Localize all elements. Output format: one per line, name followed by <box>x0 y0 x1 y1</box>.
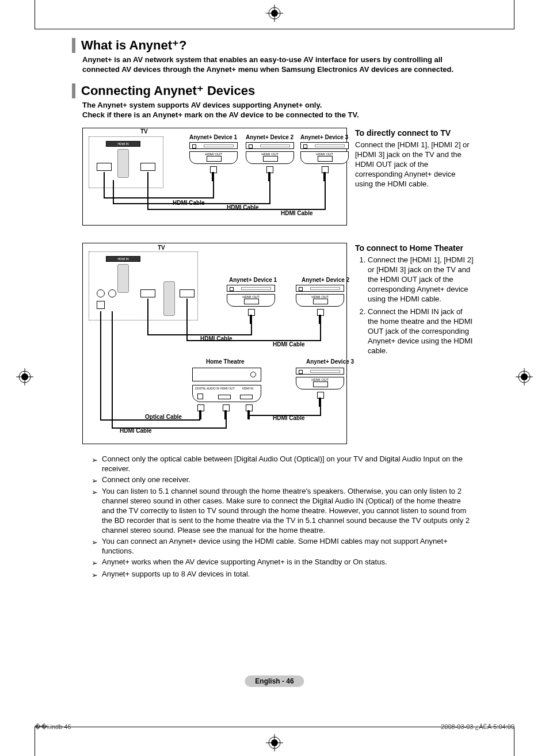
device-box <box>246 142 294 164</box>
wire <box>213 180 214 198</box>
note-arrow-icon: ➢ <box>92 475 102 486</box>
row-home-theater: TV HDMI IN Anynet+ Device 1 Anynet+ Devi… <box>82 243 475 444</box>
label-hdmi-cable: HDMI Cable <box>273 341 305 348</box>
device-box <box>296 285 344 307</box>
wire <box>147 172 148 210</box>
label-hdmi-cable: HDMI Cable <box>120 427 152 434</box>
rule-bot-left <box>35 727 35 756</box>
steps-home-theater: Connect the [HDMI 1], [HDMI 2] or [HDMI … <box>355 255 475 356</box>
label-device2: Anynet+ Device 2 <box>246 134 293 140</box>
hdmi-in-label: HDMI IN <box>106 256 140 262</box>
registration-mark-icon <box>266 5 283 22</box>
label-tv: TV <box>158 245 165 251</box>
note-text: Anynet+ supports up to 8 AV devices in t… <box>102 570 475 579</box>
label-tv: TV <box>140 128 148 135</box>
intro-what-is: Anynet+ is an AV network system that ena… <box>82 55 475 74</box>
hdmi-in-label: HDMI IN <box>106 141 140 147</box>
label-hdmi-cable: HDMI Cable <box>173 200 205 206</box>
hdmi-plug <box>208 166 218 181</box>
tv-hdmi-ports <box>117 264 129 293</box>
diagram-direct-connect: TV HDMI IN Anynet+ Device 1 Anynet+ Devi… <box>82 128 347 226</box>
note-item: ➢ Anynet+ works when the AV device suppo… <box>92 558 475 568</box>
note-arrow-icon: ➢ <box>92 455 102 465</box>
wire <box>104 172 105 198</box>
port-optical <box>108 289 116 297</box>
registration-mark-icon <box>16 368 33 385</box>
device-box <box>227 285 275 307</box>
note-arrow-icon: ➢ <box>92 487 102 498</box>
step-item: Connect the HDMI IN jack of the home the… <box>368 307 475 356</box>
label-device3: Anynet+ Device 3 <box>300 134 348 140</box>
label-hdmi-cable: HDMI Cable <box>281 210 313 216</box>
notes-list: ➢ Connect only the optical cable between… <box>92 455 475 581</box>
hdmi-plug <box>246 309 256 324</box>
hdmi-plug <box>265 166 274 181</box>
wire <box>320 323 321 341</box>
text-direct-connect: To directly connect to TV Connect the [H… <box>355 128 475 226</box>
registration-mark-icon <box>516 368 533 385</box>
footer-right: 2008-03-03 ¿ÀÈÄ 5:04:00 <box>441 723 514 731</box>
row-direct-connect: TV HDMI IN Anynet+ Device 1 Anynet+ Devi… <box>82 128 475 226</box>
note-item: ➢ Connect only the optical cable between… <box>92 455 475 474</box>
hdmi-plug <box>221 404 230 419</box>
wire <box>147 299 148 335</box>
tv-outline <box>89 251 198 320</box>
note-arrow-icon: ➢ <box>92 558 102 568</box>
wire <box>186 299 188 341</box>
body-direct-connect: Connect the [HDMI 1], [HDMI 2] or [HDMI … <box>355 140 475 189</box>
tv-hdmi-ports <box>117 149 129 178</box>
label-device2: Anynet+ Device 2 <box>302 277 349 283</box>
label-digital-audio-in: DIGITAL AUDIO IN <box>195 387 219 390</box>
page-content: What is Anynet⁺? Anynet+ is an AV networ… <box>72 29 475 581</box>
label-hdmi-in: HDMI IN <box>242 387 253 390</box>
label-device1: Anynet+ Device 1 <box>189 134 237 140</box>
device-box <box>300 142 349 164</box>
label-hdmi-cable: HDMI Cable <box>200 335 232 342</box>
note-arrow-icon: ➢ <box>92 570 102 581</box>
hdmi-plug <box>315 309 325 324</box>
wire <box>251 323 252 335</box>
port <box>140 163 155 171</box>
label-device1: Anynet+ Device 1 <box>229 277 277 283</box>
rule-bot-right <box>514 727 514 756</box>
footer-left: ��i.indb 46 <box>35 723 71 731</box>
tv-hdmi-ports-b <box>163 281 175 316</box>
note-text: Anynet+ works when the AV device support… <box>102 558 475 567</box>
rule-top-left <box>35 0 35 29</box>
label-home-theatre: Home Theatre <box>206 358 245 365</box>
registration-mark-icon <box>266 734 283 751</box>
head-home-theater: To connect to Home Theater <box>355 243 475 253</box>
port-optical <box>97 289 105 297</box>
label-device3: Anynet+ Device 3 <box>306 358 354 365</box>
rule-top-right <box>514 0 514 29</box>
device-box <box>296 368 344 390</box>
diagram-home-theater: TV HDMI IN Anynet+ Device 1 Anynet+ Devi… <box>82 243 347 444</box>
note-text: Connect only one receiver. <box>102 475 475 485</box>
port <box>140 289 155 297</box>
wire <box>147 334 252 335</box>
wire <box>100 311 101 421</box>
print-footer: ��i.indb 46 2008-03-03 ¿ÀÈÄ 5:04:00 <box>35 723 514 731</box>
wire <box>104 197 214 198</box>
wire <box>113 180 114 204</box>
note-text: You can connect an Anynet+ device using … <box>102 537 475 556</box>
note-text: Connect only the optical cable between [… <box>102 455 475 474</box>
home-theatre-ports: DIGITAL AUDIO IN HDMI OUT HDMI IN <box>192 385 261 402</box>
note-item: ➢ You can listen to 5.1 channel sound th… <box>92 487 475 535</box>
hdmi-plug <box>244 404 253 419</box>
wire <box>112 311 113 429</box>
heading-connecting: Connecting Anynet⁺ Devices <box>72 83 475 98</box>
device-box <box>189 142 238 164</box>
text-home-theater: To connect to Home Theater Connect the [… <box>355 243 475 444</box>
port <box>97 301 105 309</box>
heading-what-is-anynet: What is Anynet⁺? <box>72 38 475 53</box>
note-item: ➢ You can connect an Anynet+ device usin… <box>92 537 475 556</box>
label-hdmi-out: HDMI OUT <box>220 387 235 390</box>
label-hdmi-cable: HDMI Cable <box>227 204 259 211</box>
note-arrow-icon: ➢ <box>92 537 102 548</box>
home-theatre-box <box>192 368 261 381</box>
note-item: ➢ Connect only one receiver. <box>92 475 475 486</box>
port <box>180 289 195 297</box>
wire <box>325 180 326 210</box>
head-direct-connect: To directly connect to TV <box>355 128 475 138</box>
